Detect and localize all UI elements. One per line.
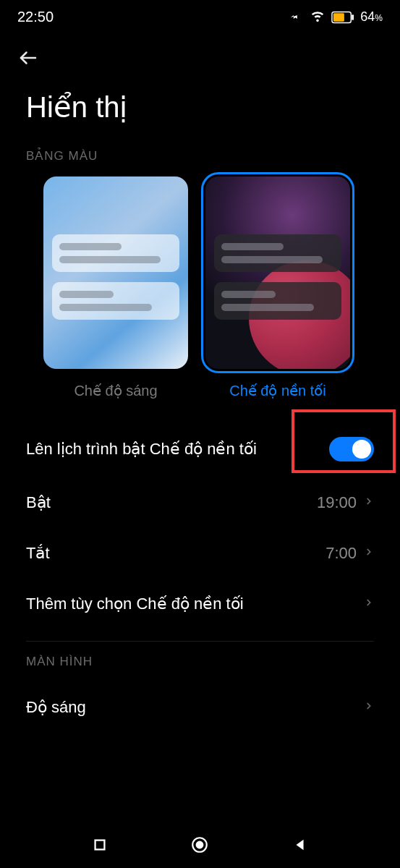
chevron-right-icon bbox=[364, 595, 374, 613]
wifi-icon bbox=[310, 7, 325, 27]
theme-label-dark: Chế độ nền tối bbox=[229, 382, 326, 399]
chevron-right-icon bbox=[364, 544, 374, 563]
row-more-dark-options[interactable]: Thêm tùy chọn Chế độ nền tối bbox=[0, 579, 400, 629]
svg-rect-1 bbox=[333, 13, 344, 21]
off-label: Tắt bbox=[26, 544, 50, 563]
off-value: 7:00 bbox=[325, 544, 357, 563]
schedule-toggle[interactable] bbox=[329, 437, 374, 461]
theme-card-light[interactable] bbox=[43, 176, 188, 369]
section-header-screen: MÀN HÌNH bbox=[0, 650, 400, 682]
row-schedule-dark-mode[interactable]: Lên lịch trình bật Chế độ nền tối bbox=[0, 421, 400, 477]
theme-option-dark[interactable]: Chế độ nền tối bbox=[205, 176, 350, 399]
theme-options: Chế độ sáng Chế độ nền tối bbox=[0, 176, 400, 407]
android-nav-bar bbox=[0, 822, 400, 868]
on-value: 19:00 bbox=[317, 493, 357, 512]
more-label: Thêm tùy chọn Chế độ nền tối bbox=[26, 595, 244, 613]
chevron-right-icon bbox=[364, 493, 374, 512]
row-brightness[interactable]: Độ sáng bbox=[0, 682, 400, 733]
theme-card-dark[interactable] bbox=[205, 176, 350, 369]
row-on-time[interactable]: Bật 19:00 bbox=[0, 477, 400, 528]
airplane-icon bbox=[289, 8, 304, 26]
battery-percent: 64% bbox=[360, 9, 383, 25]
section-header-color: BẢNG MÀU bbox=[0, 144, 400, 176]
battery-icon bbox=[331, 11, 354, 24]
row-off-time[interactable]: Tắt 7:00 bbox=[0, 528, 400, 579]
nav-recent-icon[interactable] bbox=[92, 837, 108, 853]
nav-back-icon[interactable] bbox=[292, 837, 308, 853]
schedule-label: Lên lịch trình bật Chế độ nền tối bbox=[26, 440, 257, 459]
svg-point-6 bbox=[197, 842, 203, 848]
svg-rect-4 bbox=[95, 841, 105, 850]
theme-label-light: Chế độ sáng bbox=[74, 382, 157, 399]
status-icons: 64% bbox=[289, 7, 383, 27]
on-label: Bật bbox=[26, 493, 51, 512]
nav-home-icon[interactable] bbox=[190, 835, 209, 854]
back-icon[interactable] bbox=[17, 59, 39, 71]
page-title: Hiển thị bbox=[0, 79, 400, 144]
status-time: 22:50 bbox=[17, 9, 54, 25]
divider bbox=[26, 641, 374, 642]
status-bar: 22:50 64% bbox=[0, 0, 400, 33]
theme-option-light[interactable]: Chế độ sáng bbox=[43, 176, 188, 399]
chevron-right-icon bbox=[364, 698, 374, 717]
brightness-label: Độ sáng bbox=[26, 698, 86, 717]
svg-rect-2 bbox=[352, 14, 354, 20]
